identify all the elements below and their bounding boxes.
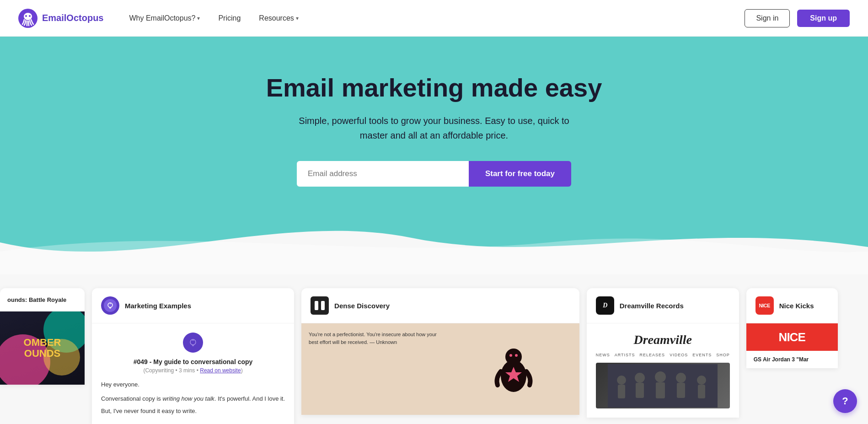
- post-title: #049 - My guide to conversational copy: [101, 358, 285, 365]
- dense-discovery-title: Dense Discovery: [334, 302, 390, 310]
- svg-rect-19: [636, 383, 644, 398]
- nk-product-info: GS Air Jordan 3 "Mar: [746, 351, 838, 368]
- dreamville-logo: D: [596, 296, 614, 315]
- logo-link[interactable]: EmailOctopus: [18, 9, 103, 28]
- nice-kicks-logo: NICE: [755, 296, 774, 315]
- svg-rect-23: [677, 383, 685, 398]
- band-silhouette: [608, 364, 718, 408]
- marketing-examples-inner-icon: [104, 299, 117, 312]
- email-input[interactable]: [297, 161, 469, 187]
- dreamville-body: Dreamville NEWS ARTISTS RELEASES VIDEOS …: [587, 323, 739, 418]
- nav-resources[interactable]: Resources ▾: [252, 11, 305, 26]
- hero-wave: [0, 210, 868, 274]
- signin-button[interactable]: Sign in: [745, 9, 790, 27]
- cards-section: ounds: Battle Royale OMBEROUNDS: [0, 274, 868, 424]
- marketing-examples-logo: [101, 296, 119, 315]
- nk-banner: NICE: [746, 323, 838, 351]
- nice-kicks-body: NICE GS Air Jordan 3 "Mar: [746, 323, 838, 368]
- dv-nav-artists: ARTISTS: [615, 353, 635, 357]
- hero-form: Start for free today: [297, 161, 571, 187]
- nav-pricing[interactable]: Pricing: [211, 11, 248, 26]
- card-marketing-examples: Marketing Examples #049 - My guide to co…: [92, 288, 294, 424]
- logo-icon: [18, 9, 38, 28]
- svg-rect-9: [321, 301, 325, 310]
- start-cta-button[interactable]: Start for free today: [469, 161, 571, 187]
- nav-actions: Sign in Sign up: [745, 9, 850, 27]
- svg-rect-25: [698, 385, 705, 398]
- nice-banner-text: NICE: [779, 330, 805, 344]
- card-nice-kicks: NICE Nice Kicks NICE GS Air Jordan 3 "Ma…: [746, 288, 838, 368]
- logo-text: EmailOctopus: [42, 13, 103, 23]
- card-bomber-header: ounds: Battle Royale: [0, 288, 85, 311]
- svg-point-18: [635, 373, 645, 383]
- dv-nav-news: NEWS: [596, 353, 610, 357]
- dv-nav-shop: SHOP: [716, 353, 730, 357]
- card-bomber-sounds: ounds: Battle Royale OMBEROUNDS: [0, 288, 85, 385]
- dreamville-nav: NEWS ARTISTS RELEASES VIDEOS EVENTS SHOP: [596, 353, 730, 357]
- dreamville-title: Dreamville Records: [620, 302, 684, 310]
- nice-kicks-title: Nice Kicks: [779, 302, 814, 310]
- help-button[interactable]: ?: [833, 389, 857, 413]
- dd-quote: You're not a perfectionist. You're insec…: [309, 331, 440, 346]
- read-on-website-link[interactable]: Read on website: [200, 367, 241, 374]
- help-icon: ?: [842, 395, 848, 407]
- nav-links: Why EmailOctopus? ▾ Pricing Resources ▾: [122, 11, 745, 26]
- marketing-examples-body: #049 - My guide to conversational copy (…: [92, 323, 294, 424]
- dreamville-wordmark: Dreamville: [596, 333, 730, 347]
- post-bulb-icon: [188, 338, 198, 348]
- body2-text: But, I've never found it easy to write.: [101, 407, 285, 416]
- post-meta: (Copywriting • 3 mins • Read on website): [101, 367, 285, 374]
- nav-why[interactable]: Why EmailOctopus? ▾: [122, 11, 207, 26]
- chevron-down-icon: ▾: [197, 15, 200, 21]
- bomber-card-body: OMBEROUNDS: [0, 311, 85, 385]
- marketing-examples-header: Marketing Examples: [92, 288, 294, 323]
- svg-point-13: [509, 354, 512, 357]
- hero-headline: Email marketing made easy: [9, 73, 859, 102]
- chevron-down-icon-2: ▾: [296, 15, 299, 21]
- svg-point-14: [515, 354, 518, 357]
- hero-section: Email marketing made easy Simple, powerf…: [0, 37, 868, 274]
- dense-discovery-logo: [311, 296, 329, 315]
- dreamville-header: D Dreamville Records: [587, 288, 739, 323]
- bulb-icon: [107, 302, 114, 309]
- svg-point-1: [24, 13, 32, 20]
- nice-kicks-header: NICE Nice Kicks: [746, 288, 838, 323]
- dd-image-column: [448, 323, 579, 415]
- svg-point-20: [655, 371, 666, 382]
- svg-rect-8: [315, 301, 318, 310]
- nk-product-title: GS Air Jordan 3 "Mar: [754, 356, 830, 363]
- svg-point-7: [193, 340, 193, 341]
- svg-point-22: [676, 373, 686, 383]
- signup-button[interactable]: Sign up: [797, 10, 850, 27]
- card-dense-discovery: Dense Discovery You're not a perfectioni…: [301, 288, 579, 415]
- dv-nav-releases: RELEASES: [640, 353, 665, 357]
- marketing-examples-title: Marketing Examples: [125, 302, 191, 310]
- dd-content: You're not a perfectionist. You're insec…: [301, 323, 579, 415]
- dense-discovery-header: Dense Discovery: [301, 288, 579, 323]
- dd-logo-icon: [313, 299, 326, 312]
- greeting-text: Hey everyone.: [101, 380, 285, 390]
- dreamville-band-photo: [596, 363, 730, 408]
- cards-wrapper: ounds: Battle Royale OMBEROUNDS: [0, 288, 868, 424]
- bomber-title-text: ounds: Battle Royale: [7, 296, 66, 303]
- dense-discovery-body: You're not a perfectionist. You're insec…: [301, 323, 579, 415]
- svg-rect-17: [618, 385, 625, 398]
- bomber-title: OMBEROUNDS: [24, 337, 61, 359]
- dv-nav-videos: VIDEOS: [670, 353, 688, 357]
- card-dreamville: D Dreamville Records Dreamville NEWS ART…: [587, 288, 739, 418]
- svg-rect-21: [656, 382, 665, 398]
- dv-nav-events: EVENTS: [692, 353, 712, 357]
- svg-point-11: [505, 349, 522, 365]
- dd-figure-svg: [491, 339, 536, 399]
- dd-text-column: You're not a perfectionist. You're insec…: [301, 323, 448, 415]
- svg-point-3: [29, 15, 31, 17]
- post-icon: [183, 333, 203, 353]
- body1-text: Conversational copy is writing how you t…: [101, 394, 285, 404]
- svg-point-16: [617, 376, 626, 385]
- svg-point-5: [110, 303, 111, 304]
- hero-subheadline: Simple, powerful tools to grow your busi…: [297, 113, 571, 143]
- navbar: EmailOctopus Why EmailOctopus? ▾ Pricing…: [0, 0, 868, 37]
- post-body: Hey everyone. Conversational copy is wri…: [101, 380, 285, 416]
- svg-point-24: [697, 376, 706, 385]
- svg-point-2: [25, 15, 27, 17]
